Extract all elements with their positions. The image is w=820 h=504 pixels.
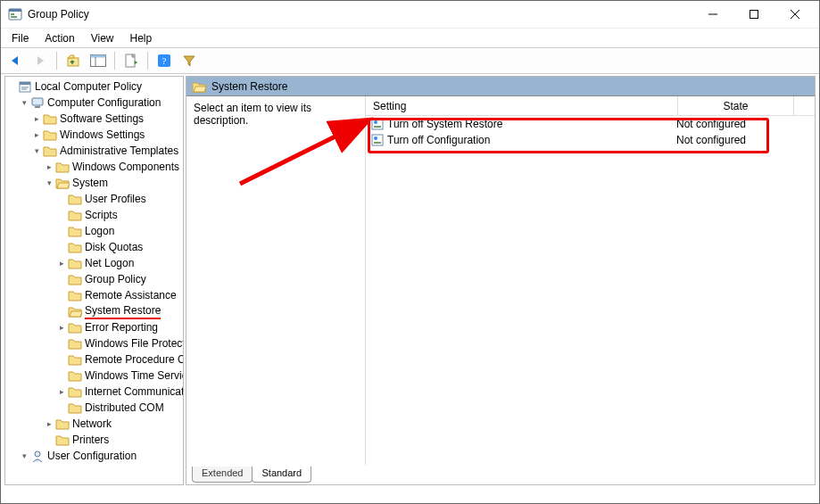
folder-open-icon: [55, 176, 70, 190]
minimize-button[interactable]: [692, 1, 733, 28]
folder-icon: [43, 144, 57, 158]
app-icon: [8, 7, 22, 21]
tree-item-software-settings[interactable]: ▸ Software Settings: [5, 111, 183, 127]
svg-rect-27: [374, 142, 381, 144]
folder-icon: [68, 272, 82, 286]
up-button[interactable]: [62, 50, 84, 71]
tree-item-computer-configuration[interactable]: ▾ Computer Configuration: [5, 95, 183, 111]
content-header: System Restore: [186, 77, 815, 96]
tree-item-remote-proc[interactable]: Remote Procedure Call: [5, 351, 183, 368]
forward-button[interactable]: [29, 50, 51, 71]
toolbar-separator: [114, 52, 115, 70]
close-button[interactable]: [774, 1, 816, 28]
folder-icon: [43, 128, 57, 142]
tree-item-error-reporting[interactable]: ▸ Error Reporting: [5, 319, 183, 335]
tree-root[interactable]: Local Computer Policy: [5, 78, 183, 95]
tree-item-disk-quotas[interactable]: Disk Quotas: [5, 239, 183, 255]
tree-item-admin-templates[interactable]: ▾ Administrative Templates: [5, 143, 183, 159]
tree-item-logon[interactable]: Logon: [5, 223, 183, 239]
svg-rect-3: [11, 16, 17, 18]
tree-item-scripts[interactable]: Scripts: [5, 207, 183, 223]
show-hide-tree-button[interactable]: [87, 50, 109, 71]
setting-name: Turn off Configuration: [384, 134, 673, 146]
expand-toggle[interactable]: ▸: [55, 323, 68, 332]
tree-item-internet-comm[interactable]: ▸ Internet Communication Management: [5, 384, 183, 400]
tree-item-windows-file[interactable]: Windows File Protection: [5, 335, 183, 351]
svg-text:?: ?: [162, 55, 167, 66]
tree-item-net-logon[interactable]: ▸ Net Logon: [5, 255, 183, 271]
tree-pane[interactable]: Local Computer Policy ▾ Computer Configu…: [4, 76, 184, 485]
expand-toggle[interactable]: ▸: [55, 387, 68, 396]
filter-button[interactable]: [178, 50, 200, 71]
tree-item-user-profiles[interactable]: User Profiles: [5, 191, 183, 207]
folder-icon: [68, 192, 82, 206]
tree-label: System: [72, 177, 108, 189]
menu-action[interactable]: Action: [37, 30, 81, 46]
expand-toggle[interactable]: ▾: [18, 98, 30, 107]
tree-item-distributed-com[interactable]: Distributed COM: [5, 400, 183, 416]
tree-label: Net Logon: [85, 257, 134, 269]
back-button[interactable]: [4, 50, 26, 71]
tree-item-system[interactable]: ▾ System: [5, 175, 183, 191]
svg-rect-2: [11, 13, 14, 15]
tree-label: Computer Configuration: [47, 96, 161, 109]
menu-view[interactable]: View: [84, 30, 121, 46]
column-header-state[interactable]: State: [678, 96, 794, 115]
tree-item-user-configuration[interactable]: ▾ User Configuration: [5, 448, 183, 464]
tree-label: Windows File Protection: [85, 337, 184, 350]
expand-toggle[interactable]: ▸: [55, 259, 68, 268]
svg-rect-22: [372, 119, 383, 129]
expand-toggle[interactable]: ▾: [30, 146, 43, 155]
help-button[interactable]: ?: [153, 50, 175, 71]
setting-state: Not configured: [673, 134, 789, 146]
expand-toggle[interactable]: ▸: [30, 130, 43, 139]
content-title: System Restore: [211, 80, 287, 93]
folder-icon: [68, 401, 82, 415]
expand-toggle[interactable]: ▾: [18, 451, 30, 460]
svg-point-23: [374, 120, 377, 124]
tree-item-system-restore[interactable]: System Restore: [5, 303, 183, 319]
list-item[interactable]: Turn off System Restore Not configured: [366, 116, 815, 132]
description-panel: Select an item to view its description.: [186, 96, 365, 465]
settings-list: Setting State Turn off System Restore No…: [365, 96, 815, 465]
tree-label: Windows Components: [72, 161, 179, 173]
menu-help[interactable]: Help: [123, 30, 160, 46]
maximize-button[interactable]: [733, 1, 774, 28]
folder-icon: [68, 288, 82, 302]
tree-label: User Profiles: [85, 193, 146, 205]
folder-icon: [55, 160, 70, 174]
column-header-setting[interactable]: Setting: [366, 96, 678, 115]
tree-label: Windows Time Service: [85, 369, 184, 382]
tree-label: Windows Settings: [60, 128, 145, 141]
folder-icon: [68, 224, 82, 238]
tree-label: Remote Procedure Call: [85, 353, 184, 366]
folder-icon: [68, 320, 82, 335]
policy-root-icon: [18, 79, 32, 94]
tab-extended[interactable]: Extended: [192, 467, 253, 483]
tab-standard[interactable]: Standard: [252, 467, 311, 483]
tree-label: Distributed COM: [85, 401, 164, 414]
tree-item-printers[interactable]: Printers: [5, 432, 183, 448]
folder-icon: [68, 336, 82, 351]
expand-toggle[interactable]: ▸: [43, 419, 55, 428]
expand-toggle[interactable]: ▾: [43, 178, 55, 187]
tree-label: Scripts: [85, 209, 118, 221]
expand-toggle[interactable]: ▸: [43, 162, 55, 171]
export-list-button[interactable]: [120, 50, 142, 71]
tree-label: Administrative Templates: [60, 145, 178, 157]
svg-rect-24: [374, 126, 381, 128]
tree-item-windows-components[interactable]: ▸ Windows Components: [5, 159, 183, 175]
menu-file[interactable]: File: [4, 30, 36, 46]
tree-item-windows-settings[interactable]: ▸ Windows Settings: [5, 127, 183, 143]
tree-item-network[interactable]: ▸ Network: [5, 416, 183, 432]
svg-rect-20: [35, 106, 40, 108]
expand-toggle[interactable]: ▸: [30, 114, 43, 123]
tree-item-group-policy[interactable]: Group Policy: [5, 271, 183, 287]
list-item[interactable]: Turn off Configuration Not configured: [366, 132, 815, 148]
tree-label: Error Reporting: [85, 321, 158, 334]
toolbar-separator: [56, 52, 57, 70]
svg-rect-19: [32, 98, 43, 105]
tree-item-remote-assistance[interactable]: Remote Assistance: [5, 287, 183, 303]
user-icon: [30, 449, 45, 463]
tree-item-windows-time[interactable]: Windows Time Service: [5, 368, 183, 384]
